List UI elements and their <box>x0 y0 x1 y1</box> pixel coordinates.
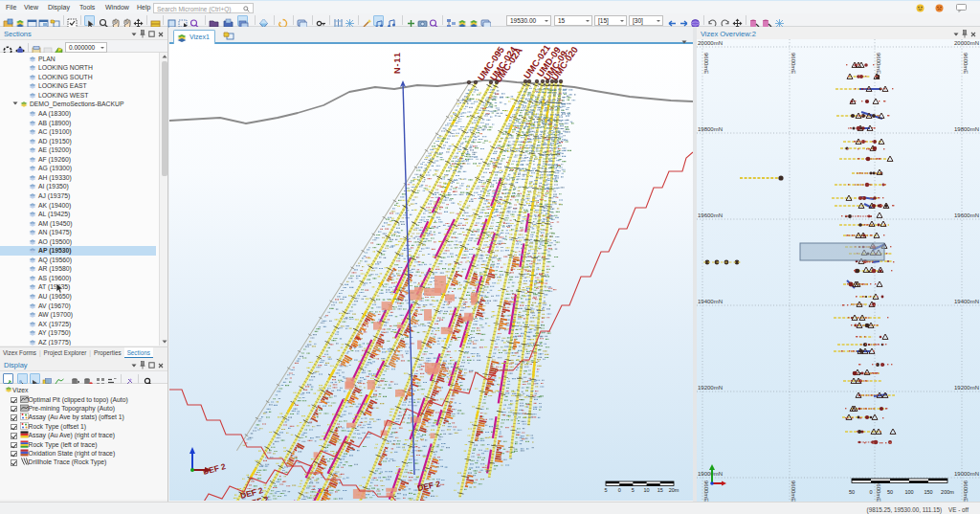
svg-text:20000mN: 20000mN <box>698 40 723 46</box>
svg-text:19200mN: 19200mN <box>698 385 723 391</box>
svg-text:9600mE: 9600mE <box>876 480 881 502</box>
svg-text:19800mN: 19800mN <box>954 126 979 132</box>
svg-text:9600mE: 9600mE <box>963 53 969 74</box>
svg-text:5: 5 <box>604 487 607 493</box>
svg-text:9600mE: 9600mE <box>703 53 709 74</box>
svg-text:15: 15 <box>657 487 663 493</box>
svg-text:19000mN: 19000mN <box>954 471 979 477</box>
svg-text:200m: 200m <box>941 489 954 495</box>
svg-text:19400mN: 19400mN <box>954 299 979 304</box>
svg-text:150: 150 <box>924 489 932 495</box>
svg-text:N-11: N-11 <box>392 52 402 74</box>
svg-text:19600mN: 19600mN <box>698 212 723 218</box>
svg-text:100: 100 <box>904 489 913 495</box>
svg-text:19800mN: 19800mN <box>698 126 723 132</box>
svg-text:50: 50 <box>849 489 855 495</box>
svg-text:10: 10 <box>644 487 650 493</box>
svg-text:9600mE: 9600mE <box>791 53 796 74</box>
svg-text:50: 50 <box>887 489 893 495</box>
svg-text:5: 5 <box>632 487 635 493</box>
svg-text:9600mE: 9600mE <box>876 53 881 74</box>
svg-text:19600mN: 19600mN <box>954 212 979 218</box>
svg-text:0: 0 <box>869 489 872 495</box>
svg-text:9600mE: 9600mE <box>703 480 709 502</box>
svg-text:19200mN: 19200mN <box>954 385 979 391</box>
svg-text:19400mN: 19400mN <box>698 299 723 304</box>
svg-text:20000mN: 20000mN <box>954 40 979 46</box>
svg-text:0: 0 <box>618 487 621 493</box>
svg-text:20m: 20m <box>669 487 679 493</box>
svg-text:19000mN: 19000mN <box>698 471 723 477</box>
svg-text:9600mE: 9600mE <box>963 480 969 502</box>
svg-text:9600mE: 9600mE <box>791 480 796 502</box>
